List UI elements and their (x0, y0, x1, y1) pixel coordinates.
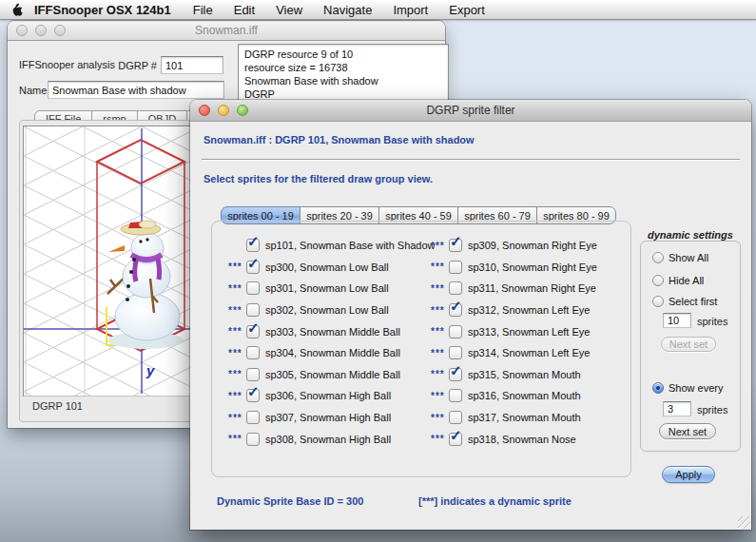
sprite-row: sp101, Snowman Base with Shadow (228, 235, 436, 257)
sprite-checkbox[interactable] (449, 281, 462, 295)
sprite-checkbox[interactable] (449, 368, 462, 381)
select-first-sprites-label: sprites (697, 316, 727, 327)
snowman-eye (139, 240, 142, 242)
show-every-radio[interactable] (652, 382, 664, 394)
sprite-checkbox[interactable] (449, 411, 462, 424)
show-all-radio[interactable] (652, 252, 664, 263)
sprite-checkbox[interactable] (246, 261, 260, 274)
apply-button[interactable]: Apply (662, 466, 715, 483)
show-every-count-field[interactable] (663, 401, 691, 416)
dynamic-marker: *** (228, 391, 246, 401)
sprite-row: ***sp313, Snowman Left Eye (431, 320, 597, 342)
dynamic-marker: *** (431, 413, 449, 423)
dynamic-marker: *** (228, 261, 246, 272)
select-first-count-field[interactable] (663, 313, 691, 328)
sprite-checkbox[interactable] (246, 281, 260, 295)
sprite-label: sp304, Snowman Middle Ball (265, 347, 400, 358)
dialog-controls (199, 105, 248, 116)
sprite-label: sp311, Snowman Right Eye (468, 282, 596, 294)
next-set-button[interactable]: Next set (659, 423, 716, 439)
sprite-checkbox[interactable] (246, 325, 260, 339)
dialog-titlebar[interactable]: DGRP sprite filter (190, 100, 751, 122)
sprite-checkbox[interactable] (449, 346, 462, 359)
sprite-checkbox[interactable] (246, 368, 260, 381)
app-menu-title[interactable]: IFFSnooper OSX 124b1 (32, 3, 183, 17)
dynamic-marker: *** (431, 434, 449, 444)
sprite-row: ***sp301, Snowman Low Ball (228, 278, 436, 300)
sprite-row: ***sp307, Snowman High Ball (228, 407, 436, 429)
sprite-row: ***sp317, Snowman Mouth (431, 407, 597, 429)
dynamic-marker: *** (228, 348, 246, 358)
menu-item-edit[interactable]: Edit (223, 3, 265, 17)
resource-info-line: resource size = 16738 (244, 61, 442, 74)
sprite-label: sp312, Snowman Left Eye (468, 304, 590, 316)
sprite-checkbox[interactable] (449, 433, 462, 446)
dialog-dgrp-sprite-filter: DGRP sprite filter Snowman.iff : DGRP 10… (190, 100, 751, 530)
sprite-checkbox[interactable] (246, 239, 260, 252)
canvas-caption: DGRP 101 (32, 400, 83, 412)
sprite-label: sp303, Snowman Middle Ball (265, 326, 400, 338)
sprite-row: ***sp302, Snowman Low Ball (228, 300, 436, 321)
sprite-column-left: sp101, Snowman Base with Shadow***sp300,… (228, 235, 436, 450)
dynamic-marker: *** (228, 305, 246, 316)
sprite-checkbox[interactable] (246, 303, 260, 317)
hide-all-label: Hide All (669, 275, 704, 286)
menu-item-file[interactable]: File (183, 3, 223, 17)
zoom-button[interactable] (54, 25, 66, 36)
sprite-checkbox[interactable] (246, 411, 260, 424)
menu-item-export[interactable]: Export (438, 3, 495, 17)
sprite-checkbox[interactable] (246, 433, 260, 446)
zoom-button[interactable] (237, 105, 248, 116)
resource-info-line: Snowman Base with shadow (244, 74, 442, 87)
sprite-checkbox[interactable] (449, 325, 462, 339)
sprite-label: sp302, Snowman Low Ball (265, 304, 389, 316)
resource-info-line: DGRP (244, 87, 442, 101)
menu-item-navigate[interactable]: Navigate (313, 3, 382, 17)
menu-item-import[interactable]: Import (382, 3, 438, 17)
window-titlebar[interactable]: Snowman.iff (8, 21, 445, 41)
resize-grip[interactable] (738, 516, 750, 529)
sprite-row: ***sp300, Snowman Low Ball (228, 257, 436, 279)
dgrp-number-field[interactable] (161, 56, 223, 74)
sprite-checkbox[interactable] (246, 389, 260, 402)
sprite-label: sp308, Snowman High Ball (265, 434, 391, 445)
dialog-title: DGRP sprite filter (426, 104, 514, 117)
sprite-row: ***sp310, Snowman Right Eye (431, 257, 597, 279)
sprite-checkbox[interactable] (246, 346, 260, 359)
select-first-radio[interactable] (652, 296, 664, 307)
apple-menu[interactable] (0, 3, 32, 17)
dynamic-marker: *** (431, 283, 449, 294)
menu-item-view[interactable]: View (265, 3, 313, 17)
sprite-checkbox[interactable] (449, 239, 462, 252)
name-field[interactable] (48, 81, 224, 99)
sprite-row: ***sp312, Snowman Left Eye (431, 300, 597, 321)
sprite-label: sp300, Snowman Low Ball (265, 261, 389, 273)
show-every-label: Show every (669, 382, 723, 394)
minimize-button[interactable] (35, 25, 47, 36)
sprite-checkbox[interactable] (449, 389, 462, 402)
sprite-row: ***sp311, Snowman Right Eye (431, 278, 597, 300)
sprite-checkbox[interactable] (449, 303, 462, 317)
next-set-button-disabled[interactable]: Next set (661, 337, 716, 352)
resource-info-line: DGRP resource 9 of 10 (244, 48, 442, 61)
show-every-sprites-label: sprites (697, 404, 727, 416)
sprite-row: ***sp306, Snowman High Ball (228, 385, 436, 407)
radio-row-select-first: Select first (652, 296, 717, 307)
dynamic-marker: *** (431, 305, 449, 316)
radio-row-hide-all: Hide All (652, 275, 704, 286)
sprite-row: ***sp308, Snowman High Ball (228, 428, 436, 450)
hide-all-radio[interactable] (652, 275, 664, 286)
dynamic-marker: *** (228, 326, 246, 337)
minimize-button[interactable] (218, 105, 229, 116)
close-button[interactable] (16, 25, 28, 36)
sprite-label: sp317, Snowman Mouth (468, 412, 581, 423)
divider (202, 159, 740, 161)
dgrp-number-label: DGRP # (117, 60, 157, 71)
dynamic-marker: *** (431, 391, 449, 401)
sprite-checkbox[interactable] (449, 261, 462, 274)
close-button[interactable] (199, 105, 210, 116)
sprite-label: sp318, Snowman Nose (468, 434, 576, 445)
sprite-row: ***sp309, Snowman Right Eye (431, 235, 597, 257)
sprite-label: sp301, Snowman Low Ball (265, 282, 389, 294)
dynamic-marker: *** (431, 326, 449, 337)
